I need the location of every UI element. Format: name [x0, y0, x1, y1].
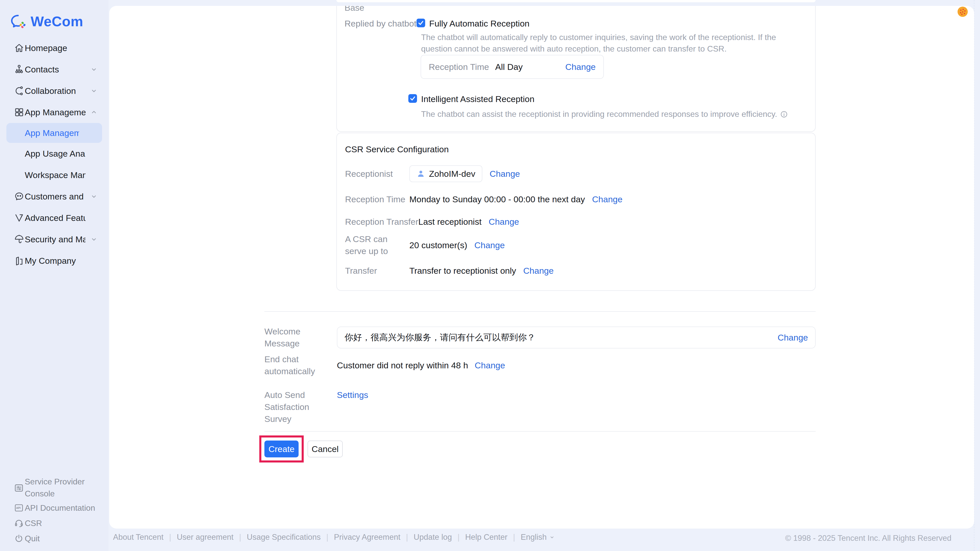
footer-language-selector[interactable]: English	[520, 533, 555, 542]
sidebar-item-contacts[interactable]: Contacts	[0, 59, 108, 80]
survey-settings-link[interactable]: Settings	[337, 389, 368, 401]
footer-links: About Tencent | User agreement | Usage S…	[113, 533, 555, 542]
create-button[interactable]: Create	[264, 441, 299, 457]
survey-row: Auto Send Satisfaction Survey Settings	[264, 389, 368, 425]
sidebar-item-label: Homepage	[25, 43, 86, 53]
org-chart-icon	[14, 64, 24, 75]
sidebar-item-label: Quit	[25, 533, 103, 545]
sidebar-item-customers-and-partners[interactable]: Customers and P...	[0, 186, 108, 207]
sidebar-item-label: Advanced Features	[25, 213, 86, 223]
footer-link-update-log[interactable]: Update log	[414, 533, 452, 542]
collaboration-icon	[14, 86, 24, 96]
receptionist-change-link[interactable]: Change	[490, 169, 520, 179]
sidebar-item-collaboration[interactable]: Collaboration	[0, 80, 108, 102]
umbrella-icon	[14, 234, 24, 245]
welcome-message-input[interactable]: 你好，很高兴为你服务，请问有什么可以帮到你？ Change	[337, 327, 816, 348]
welcome-message-label: Welcome Message	[264, 326, 337, 349]
csr-config-title: CSR Service Configuration	[345, 144, 449, 154]
base-section-card: Base Replied by chatbot Fully Automatic …	[336, 6, 816, 132]
footer-link-usage-specifications[interactable]: Usage Specifications	[247, 533, 321, 542]
receptionist-name: ZohoIM-dev	[429, 169, 475, 179]
info-icon[interactable]	[780, 110, 788, 118]
scrolled-card-remnant	[336, 0, 816, 2]
sidebar-item-label: Service Provider Console	[25, 476, 103, 500]
sidebar-item-advanced-features[interactable]: Advanced Features	[0, 207, 108, 229]
sidebar-item-label: Workspace Manag...	[25, 170, 86, 180]
chevron-down-icon	[549, 534, 555, 540]
power-icon	[14, 534, 24, 544]
sidebar-item-service-provider-console[interactable]: Service Provider Console	[0, 476, 108, 501]
reception-transfer-change-link[interactable]: Change	[489, 217, 519, 227]
transfer-label: Transfer	[345, 265, 409, 277]
sidebar-item-label: App Management	[25, 107, 86, 118]
csr-serve-change-link[interactable]: Change	[474, 240, 505, 250]
reception-time-change-link[interactable]: Change	[565, 62, 596, 72]
chevron-down-icon[interactable]	[90, 87, 98, 95]
footer-link-about-tencent[interactable]: About Tencent	[113, 533, 164, 542]
replied-by-chatbot-label: Replied by chatbot	[345, 19, 417, 29]
transfer-value: Transfer to receptionist only	[409, 266, 516, 276]
footer-separator: |	[169, 533, 171, 542]
reception-transfer-value: Last receptionist	[418, 217, 482, 227]
wecom-logo[interactable]: WeCom	[10, 13, 83, 30]
advanced-features-icon	[14, 213, 24, 223]
footer-link-user-agreement[interactable]: User agreement	[177, 533, 234, 542]
chevron-down-icon[interactable]	[90, 192, 98, 200]
sidebar-item-label: Customers and P...	[25, 192, 86, 202]
reception-time-change-link[interactable]: Change	[592, 194, 622, 204]
footer-separator: |	[513, 533, 515, 542]
transfer-change-link[interactable]: Change	[523, 266, 554, 276]
intelligent-assisted-checkbox[interactable]	[408, 94, 417, 103]
sidebar-item-label: Collaboration	[25, 86, 86, 96]
welcome-message-value: 你好，很高兴为你服务，请问有什么可以帮到你？	[345, 332, 778, 343]
person-icon	[417, 169, 425, 178]
cancel-button[interactable]: Cancel	[307, 441, 343, 457]
welcome-message-change-link[interactable]: Change	[778, 333, 808, 343]
sidebar-item-label: API Documentation	[25, 502, 103, 514]
reception-time-row: Reception Time Monday to Sunday 00:00 - …	[345, 193, 622, 205]
sidebar-item-workspace-management[interactable]: Workspace Manag...	[0, 164, 108, 186]
grid-icon	[14, 107, 24, 118]
csr-config-card: CSR Service Configuration Receptionist Z…	[336, 133, 816, 291]
reception-transfer-row: Reception Transfer Last receptionist Cha…	[345, 216, 519, 228]
sidebar-item-app-usage-analysis[interactable]: App Usage Analysis	[0, 143, 108, 164]
footer-language-label: English	[520, 533, 547, 542]
svg-text:API: API	[16, 507, 21, 510]
sidebar-item-label: My Company	[25, 256, 86, 266]
chat-bubble-icon	[14, 191, 24, 202]
csr-serve-value: 20 customer(s)	[409, 240, 467, 250]
base-section-title: Base	[345, 6, 815, 13]
sidebar-item-quit[interactable]: Quit	[0, 533, 108, 545]
receptionist-chip[interactable]: ZohoIM-dev	[409, 165, 482, 182]
receptionist-label: Receptionist	[345, 168, 409, 180]
sidebar-item-label: App Usage Analysis	[25, 149, 86, 159]
footer-link-help-center[interactable]: Help Center	[465, 533, 508, 542]
sidebar-item-label: Contacts	[25, 65, 86, 75]
sidebar-item-homepage[interactable]: Homepage	[0, 37, 108, 59]
intelligent-assisted-label: Intelligent Assisted Reception	[421, 94, 535, 104]
sidebar-nav: Homepage Contacts Collaboration App M	[0, 37, 108, 272]
sidebar-item-app-management[interactable]: App Management	[0, 102, 108, 123]
end-chat-change-link[interactable]: Change	[475, 360, 505, 370]
csr-serve-row: A CSR can serve up to 20 customer(s) Cha…	[345, 233, 505, 257]
chevron-up-icon[interactable]	[90, 108, 98, 116]
csr-serve-label: A CSR can serve up to	[345, 233, 409, 257]
fully-automatic-checkbox[interactable]	[417, 19, 425, 27]
sidebar-item-csr[interactable]: CSR	[0, 517, 108, 529]
reception-transfer-label: Reception Transfer	[345, 216, 418, 228]
footer-link-privacy-agreement[interactable]: Privacy Agreement	[334, 533, 401, 542]
intelligent-assisted-description-row: The chatbot can assist the receptionist …	[421, 108, 788, 120]
sidebar-item-api-documentation[interactable]: API API Documentation	[0, 502, 108, 514]
sidebar-item-security-and-management[interactable]: Security and Ma...	[0, 229, 108, 250]
chevron-down-icon[interactable]	[90, 235, 98, 243]
chevron-down-icon[interactable]	[90, 65, 98, 73]
section-divider	[264, 311, 816, 312]
reception-time-label: Reception Time	[345, 193, 409, 205]
sidebar-item-my-company[interactable]: My Company	[0, 250, 108, 272]
sidebar-item-app-management-sub[interactable]: App Management	[6, 123, 102, 143]
end-chat-value: Customer did not reply within 48 h	[337, 360, 468, 370]
footer-separator: |	[406, 533, 408, 542]
wecom-logo-icon	[10, 14, 27, 29]
reception-time-value: All Day	[495, 62, 565, 72]
content-panel: Base Replied by chatbot Fully Automatic …	[109, 6, 974, 529]
